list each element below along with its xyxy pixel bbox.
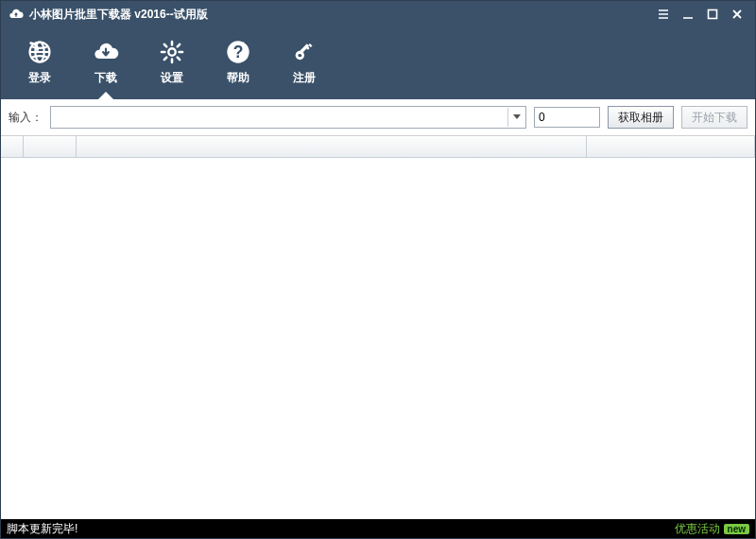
status-message: 脚本更新完毕! (7, 521, 77, 537)
start-download-button[interactable]: 开始下载 (681, 106, 747, 129)
get-album-button[interactable]: 获取相册 (608, 106, 674, 129)
menu-button[interactable] (651, 1, 676, 27)
svg-text:?: ? (233, 42, 244, 61)
app-icon (9, 7, 24, 22)
maximize-button[interactable] (700, 1, 725, 27)
count-input[interactable] (534, 107, 600, 128)
toolbar-register-label: 注册 (293, 70, 316, 86)
close-button[interactable] (725, 1, 749, 27)
titlebar: 小林图片批里下载器 v2016--试用版 (1, 1, 755, 27)
table-col-2[interactable] (77, 136, 587, 157)
url-input[interactable] (51, 108, 507, 127)
promo-link[interactable]: 优惠活动 (675, 521, 720, 537)
globe-icon (26, 38, 54, 66)
input-row: 输入： 获取相册 开始下载 (1, 99, 755, 136)
svg-point-3 (168, 48, 175, 55)
key-icon (290, 38, 318, 66)
table-header (1, 136, 755, 158)
table-col-3[interactable] (587, 136, 755, 157)
toolbar-download[interactable]: 下载 (73, 31, 139, 92)
table-col-1[interactable] (24, 136, 77, 157)
svg-rect-9 (308, 43, 312, 46)
cloud-download-icon (92, 38, 120, 66)
chevron-down-icon (513, 114, 521, 120)
toolbar-settings-label: 设置 (161, 70, 183, 86)
statusbar: 脚本更新完毕! 优惠活动 new (1, 519, 755, 538)
toolbar-login-label: 登录 (28, 70, 51, 86)
app-window: 小林图片批里下载器 v2016--试用版 登录 下载 (0, 0, 756, 539)
svg-rect-0 (709, 10, 717, 19)
table-col-0[interactable] (1, 136, 24, 157)
url-combo[interactable] (50, 106, 526, 129)
input-label: 输入： (9, 110, 43, 126)
gear-icon (158, 38, 186, 66)
toolbar-register[interactable]: 注册 (271, 31, 337, 92)
toolbar-help[interactable]: ? 帮助 (205, 31, 271, 92)
combo-dropdown-arrow[interactable] (507, 108, 525, 127)
help-icon: ? (224, 38, 252, 66)
window-title: 小林图片批里下载器 v2016--试用版 (29, 7, 208, 23)
toolbar-help-label: 帮助 (227, 70, 249, 86)
main-toolbar: 登录 下载 设置 ? 帮助 注册 (1, 27, 755, 99)
table-body (1, 158, 755, 519)
toolbar-login[interactable]: 登录 (7, 31, 73, 92)
toolbar-download-label: 下载 (94, 70, 117, 86)
toolbar-settings[interactable]: 设置 (139, 31, 205, 92)
new-badge[interactable]: new (724, 524, 749, 534)
minimize-button[interactable] (676, 1, 700, 27)
